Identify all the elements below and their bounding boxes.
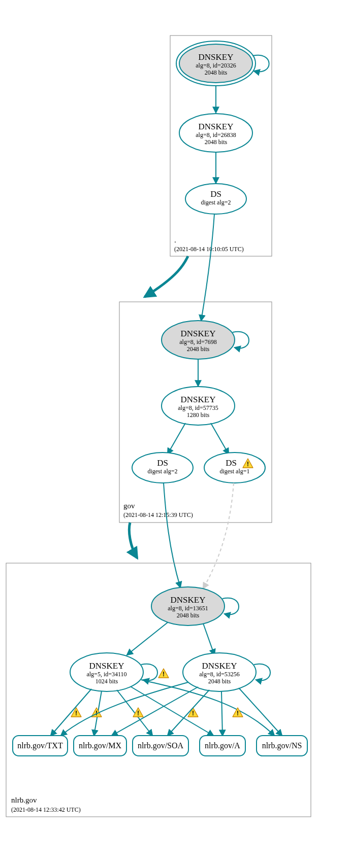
svg-text:alg=8, id=13651: alg=8, id=13651 bbox=[168, 605, 208, 612]
svg-text:1280 bits: 1280 bits bbox=[187, 411, 210, 419]
edge bbox=[131, 687, 213, 736]
edge-dashed bbox=[203, 483, 234, 588]
svg-text:!: ! bbox=[192, 710, 194, 717]
svg-text:2048 bits: 2048 bits bbox=[187, 345, 210, 353]
node-root-zsk: DNSKEY alg=8, id=26838 2048 bits bbox=[179, 114, 252, 152]
node-nlrb-ksk: DNSKEY alg=8, id=13651 2048 bits bbox=[151, 587, 239, 626]
node-gov-zsk: DNSKEY alg=8, id=57735 1280 bits bbox=[162, 387, 235, 425]
zone-root: . (2021-08-14 10:10:05 UTC) DNSKEY alg=8… bbox=[170, 36, 272, 256]
node-gov-ds2: DS digest alg=2 bbox=[132, 453, 193, 483]
rr-soa: nlrb.gov/SOA bbox=[133, 736, 188, 756]
svg-text:alg=8, id=57735: alg=8, id=57735 bbox=[178, 404, 218, 411]
node-root-ds: DS digest alg=2 bbox=[185, 184, 246, 214]
svg-text:2048 bits: 2048 bits bbox=[208, 678, 231, 685]
warning-icon: ! bbox=[158, 669, 169, 678]
edge bbox=[203, 623, 214, 655]
node-gov-ds1: DS digest alg=1 ! bbox=[204, 453, 265, 483]
svg-text:!: ! bbox=[75, 710, 77, 717]
svg-text:!: ! bbox=[237, 710, 239, 717]
svg-text:nlrb.gov/MX: nlrb.gov/MX bbox=[79, 741, 121, 750]
rr-mx: nlrb.gov/MX bbox=[74, 736, 126, 756]
svg-text:DNSKEY: DNSKEY bbox=[89, 661, 124, 671]
zone-nlrb-label: nlrb.gov bbox=[11, 796, 37, 804]
svg-text:digest alg=2: digest alg=2 bbox=[201, 199, 231, 206]
svg-text:DNSKEY: DNSKEY bbox=[171, 595, 206, 605]
edge bbox=[168, 423, 185, 454]
delegation-edge bbox=[145, 256, 188, 297]
zone-gov: gov (2021-08-14 12:15:39 UTC) DNSKEY alg… bbox=[119, 302, 272, 523]
svg-text:!: ! bbox=[163, 671, 165, 678]
edge bbox=[239, 688, 282, 736]
svg-text:2048 bits: 2048 bits bbox=[205, 138, 228, 146]
svg-text:DNSKEY: DNSKEY bbox=[199, 52, 234, 62]
svg-text:DS: DS bbox=[157, 458, 168, 468]
edge bbox=[127, 622, 168, 655]
rr-a: nlrb.gov/A bbox=[200, 736, 245, 756]
zone-gov-label: gov bbox=[123, 502, 135, 510]
svg-text:DS: DS bbox=[226, 458, 237, 468]
edge bbox=[221, 691, 222, 736]
warning-icon: ! bbox=[71, 708, 81, 717]
svg-text:nlrb.gov/NS: nlrb.gov/NS bbox=[262, 741, 302, 750]
rr-txt: nlrb.gov/TXT bbox=[13, 736, 68, 756]
svg-text:DS: DS bbox=[210, 189, 221, 199]
zone-nlrb-ts: (2021-08-14 12:33:42 UTC) bbox=[11, 806, 81, 813]
node-gov-ksk: DNSKEY alg=8, id=7698 2048 bits bbox=[162, 321, 249, 359]
zone-gov-ts: (2021-08-14 12:15:39 UTC) bbox=[123, 511, 193, 518]
node-nlrb-zsk-b: DNSKEY alg=8, id=53256 2048 bits bbox=[183, 653, 270, 691]
rr-ns: nlrb.gov/NS bbox=[257, 736, 307, 756]
svg-text:digest alg=1: digest alg=1 bbox=[219, 468, 249, 475]
svg-text:DNSKEY: DNSKEY bbox=[181, 395, 216, 404]
zone-nlrb: nlrb.gov (2021-08-14 12:33:42 UTC) DNSKE… bbox=[6, 563, 311, 817]
svg-text:alg=5, id=34110: alg=5, id=34110 bbox=[86, 671, 126, 678]
svg-text:2048 bits: 2048 bits bbox=[205, 69, 228, 76]
warning-icon: ! bbox=[233, 708, 243, 717]
self-loop bbox=[252, 55, 269, 72]
svg-text:digest alg=2: digest alg=2 bbox=[147, 468, 177, 475]
node-root-ksk: DNSKEY alg=8, id=20326 2048 bits bbox=[176, 41, 269, 86]
svg-text:alg=8, id=7698: alg=8, id=7698 bbox=[179, 338, 217, 345]
svg-text:nlrb.gov/A: nlrb.gov/A bbox=[205, 741, 240, 750]
svg-text:!: ! bbox=[137, 710, 139, 717]
svg-text:DNSKEY: DNSKEY bbox=[199, 122, 234, 131]
edge bbox=[112, 687, 198, 736]
zone-root-ts: (2021-08-14 10:10:05 UTC) bbox=[174, 246, 244, 253]
svg-text:DNSKEY: DNSKEY bbox=[202, 661, 237, 671]
edge bbox=[164, 483, 180, 587]
zone-root-label: . bbox=[174, 236, 176, 244]
svg-text:alg=8, id=53256: alg=8, id=53256 bbox=[199, 671, 240, 678]
svg-text:alg=8, id=26838: alg=8, id=26838 bbox=[196, 131, 236, 138]
delegation-edge bbox=[129, 523, 137, 558]
edge bbox=[201, 214, 214, 321]
svg-text:alg=8, id=20326: alg=8, id=20326 bbox=[196, 62, 236, 69]
node-nlrb-zsk-a: DNSKEY alg=5, id=34110 1024 bits ! bbox=[70, 653, 169, 691]
svg-text:DNSKEY: DNSKEY bbox=[181, 329, 216, 338]
svg-text:nlrb.gov/TXT: nlrb.gov/TXT bbox=[17, 741, 63, 750]
svg-text:!: ! bbox=[247, 461, 249, 468]
edge bbox=[211, 423, 229, 454]
svg-text:1024 bits: 1024 bits bbox=[95, 678, 118, 685]
svg-text:2048 bits: 2048 bits bbox=[177, 612, 200, 619]
svg-text:nlrb.gov/SOA: nlrb.gov/SOA bbox=[138, 741, 184, 750]
dnssec-diagram: . (2021-08-14 10:10:05 UTC) DNSKEY alg=8… bbox=[0, 0, 351, 868]
